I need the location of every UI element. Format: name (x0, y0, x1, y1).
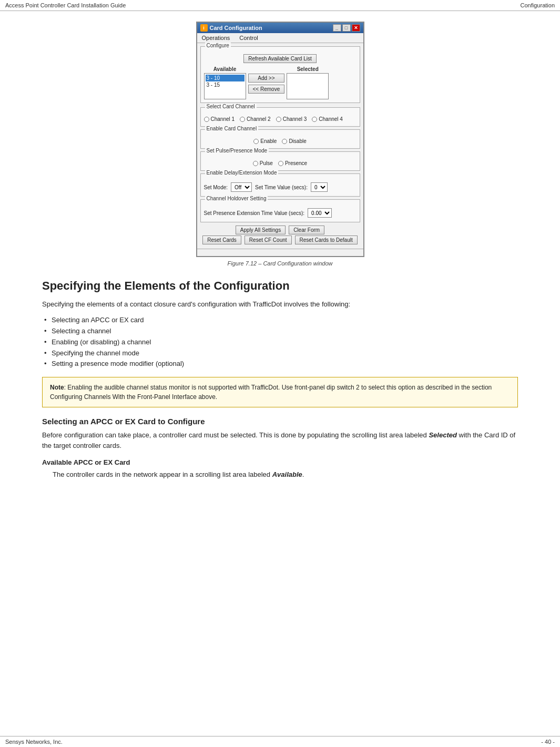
select-channel-section: Select Card Channel Channel 1 Channel 2 … (200, 107, 360, 127)
header-left: Access Point Controller Card Installatio… (5, 2, 126, 8)
reset-cf-button[interactable]: Reset CF Count (245, 236, 292, 244)
available-list[interactable]: 3 - 10 3 - 15 (204, 73, 246, 99)
holdover-label: Channel Holdover Setting (205, 196, 268, 201)
page-content: i Card Configuration _ □ ✕ Operations Co… (0, 11, 560, 507)
page-footer: Sensys Networks, Inc. - 40 - (0, 736, 560, 747)
card-config-window: i Card Configuration _ □ ✕ Operations Co… (196, 22, 364, 257)
sub-intro-text: Before configuration can take place, a c… (42, 431, 429, 439)
intro-paragraph: Specifying the elements of a contact clo… (42, 299, 518, 310)
delay-ext-row: Set Mode: Off On Set Time Value (secs): … (204, 182, 357, 192)
pulse-presence-label: Set Pulse/Presence Mode (205, 148, 269, 154)
available-text-1: The controller cards in the network appe… (53, 470, 272, 478)
enable-option[interactable]: Enable (253, 138, 277, 144)
set-mode-select[interactable]: Off On (231, 182, 252, 192)
sub-intro-bold: Selected (429, 431, 456, 439)
page-header: Access Point Controller Card Installatio… (0, 0, 560, 11)
channel4-option[interactable]: Channel 4 (312, 116, 343, 122)
presence-radio[interactable] (278, 161, 283, 166)
window-controls: _ □ ✕ (333, 24, 360, 32)
apply-clear-row: Apply All Settings Clear Form (200, 226, 360, 234)
note-box: Note: Enabling the audible channel statu… (42, 377, 518, 407)
holdover-section: Channel Holdover Setting Set Presence Ex… (200, 199, 360, 222)
set-time-label: Set Time Value (secs): (255, 185, 308, 190)
presence-ext-select[interactable]: 0.00 0.50 1.00 (308, 208, 332, 218)
window-titlebar: i Card Configuration _ □ ✕ (197, 23, 363, 33)
maximize-button[interactable]: □ (342, 24, 351, 32)
menu-operations[interactable]: Operations (200, 34, 232, 42)
available-text-italic: Available (272, 470, 302, 478)
header-right: Configuration (521, 2, 555, 8)
channel3-option[interactable]: Channel 3 (276, 116, 307, 122)
set-mode-label: Set Mode: (204, 185, 228, 190)
subheading-2: Available APCC or EX Card (42, 458, 518, 466)
available-item-2[interactable]: 3 - 15 (206, 81, 245, 88)
figure-container: i Card Configuration _ □ ✕ Operations Co… (42, 22, 518, 267)
subheading-1: Selecting an APCC or EX Card to Configur… (42, 417, 518, 426)
delay-ext-label: Enable Delay/Extension Mode (205, 170, 279, 176)
pulse-option[interactable]: Pulse (253, 160, 273, 166)
footer-left: Sensys Networks, Inc. (5, 739, 63, 745)
select-channel-label: Select Card Channel (205, 104, 257, 109)
presence-option[interactable]: Presence (278, 160, 307, 166)
holdover-row: Set Presence Extension Time Value (secs)… (204, 208, 357, 218)
reset-default-button[interactable]: Reset Cards to Default (295, 236, 358, 244)
set-time-select[interactable]: 0 1 2 (311, 182, 328, 192)
selected-col: Selected (287, 66, 329, 99)
disable-radio[interactable] (282, 139, 287, 144)
menu-control[interactable]: Control (238, 34, 259, 42)
footer-right: - 40 - (541, 739, 555, 745)
enable-radio[interactable] (253, 139, 259, 144)
pulse-radio[interactable] (253, 161, 258, 166)
bullet-item-5: Setting a presence mode modifier (option… (42, 359, 518, 370)
figure-caption: Figure 7.12 – Card Configuration window (228, 260, 333, 267)
title-left: i Card Configuration (200, 24, 262, 32)
close-button[interactable]: ✕ (352, 24, 360, 32)
selected-label: Selected (297, 66, 319, 72)
disable-option[interactable]: Disable (282, 138, 306, 144)
refresh-button[interactable]: Refresh Available Card List (243, 54, 316, 63)
enable-channel-label: Enable Card Channel (205, 126, 259, 131)
window-title: Card Configuration (210, 25, 262, 31)
channel2-option[interactable]: Channel 2 (240, 116, 271, 122)
available-col: Available 3 - 10 3 - 15 (204, 66, 246, 99)
list-buttons: Add >> << Remove (248, 74, 285, 94)
selected-list[interactable] (287, 73, 329, 99)
configure-section: Configure Refresh Available Card List Av… (200, 46, 360, 103)
pulse-presence-section: Set Pulse/Presence Mode Pulse Presence (200, 151, 360, 171)
channel4-radio[interactable] (312, 117, 317, 122)
reset-row: Reset Cards Reset CF Count Reset Cards t… (200, 236, 360, 244)
window-statusbar (197, 249, 363, 256)
channel-radio-row: Channel 1 Channel 2 Channel 3 Channel 4 (204, 116, 357, 122)
channel1-option[interactable]: Channel 1 (204, 116, 235, 122)
channel1-radio[interactable] (204, 117, 209, 122)
available-text-2: . (302, 470, 304, 478)
bullet-item-2: Selecting a channel (42, 326, 518, 337)
sub-intro-paragraph: Before configuration can take place, a c… (42, 430, 518, 451)
bullet-list: Selecting an APCC or EX card Selecting a… (42, 315, 518, 370)
clear-form-button[interactable]: Clear Form (289, 226, 324, 234)
note-text: : Enabling the audible channel status mo… (50, 384, 492, 401)
main-section-heading: Specifying the Elements of the Configura… (42, 279, 518, 293)
available-label: Available (213, 66, 237, 72)
window-icon: i (200, 24, 208, 32)
available-item-1[interactable]: 3 - 10 (206, 75, 245, 81)
configure-label: Configure (205, 43, 231, 48)
minimize-button[interactable]: _ (333, 24, 341, 32)
available-text-paragraph: The controller cards in the network appe… (42, 469, 518, 480)
bullet-item-4: Specifying the channel mode (42, 348, 518, 359)
bullet-item-3: Enabling (or disabling) a channel (42, 337, 518, 348)
note-label: Note (50, 384, 64, 391)
enable-channel-section: Enable Card Channel Enable Disable (200, 129, 360, 149)
enable-radio-row: Enable Disable (204, 138, 357, 144)
add-button[interactable]: Add >> (248, 74, 285, 83)
remove-button[interactable]: << Remove (248, 85, 285, 94)
pulse-radio-row: Pulse Presence (204, 160, 357, 166)
card-lists: Available 3 - 10 3 - 15 Add >> << Remove… (204, 66, 357, 99)
channel3-radio[interactable] (276, 117, 281, 122)
channel2-radio[interactable] (240, 117, 245, 122)
apply-all-button[interactable]: Apply All Settings (236, 226, 286, 234)
bullet-item-1: Selecting an APCC or EX card (42, 315, 518, 326)
window-body: Configure Refresh Available Card List Av… (197, 43, 363, 249)
reset-cards-button[interactable]: Reset Cards (202, 236, 241, 244)
delay-ext-section: Enable Delay/Extension Mode Set Mode: Of… (200, 173, 360, 197)
